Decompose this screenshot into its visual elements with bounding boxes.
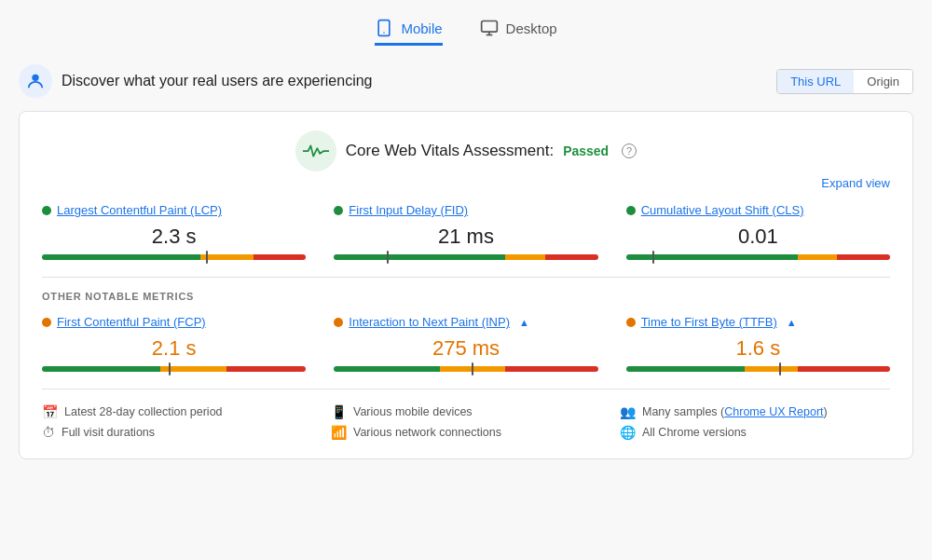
- footer-icon-0-1: ⏱: [42, 425, 55, 440]
- footer-item-0-0: 📅 Latest 28-day collection period: [42, 404, 312, 419]
- desktop-icon: [480, 19, 499, 37]
- footer-item-2-1: 🌐 All Chrome versions: [620, 425, 890, 440]
- other-metrics-label: OTHER NOTABLE METRICS: [42, 291, 890, 302]
- footer-text-0-1: Full visit durations: [62, 426, 155, 439]
- avatar: [19, 64, 52, 98]
- header-bar: Discover what your real users are experi…: [19, 64, 913, 98]
- metric-label-inp: Interaction to Next Paint (INP) ▲: [334, 315, 597, 329]
- footer-col-2: 👥 Many samples (Chrome UX Report) 🌐 All …: [620, 404, 890, 440]
- expand-link[interactable]: Expand view: [821, 176, 890, 190]
- header-title: Discover what your real users are experi…: [62, 73, 372, 89]
- metric-value-cls: 0.01: [626, 225, 890, 249]
- metric-link-ttfb[interactable]: Time to First Byte (TTFB): [641, 315, 777, 329]
- mobile-icon: [375, 19, 393, 37]
- metric-link-inp[interactable]: Interaction to Next Paint (INP): [349, 315, 510, 329]
- footer-col-1: 📱 Various mobile devices 📶 Various netwo…: [331, 404, 601, 440]
- footer-text-2-1: All Chrome versions: [642, 426, 747, 439]
- dot-ttfb: [626, 318, 636, 327]
- footer-text-2-0: Many samples (Chrome UX Report): [642, 405, 828, 418]
- metric-item-fid: First Input Delay (FID) 21 ms: [334, 203, 597, 260]
- assessment-header: Core Web Vitals Assessment: Passed ?: [42, 130, 890, 171]
- footer-item-1-0: 📱 Various mobile devices: [331, 404, 601, 419]
- heartbeat-icon: [303, 143, 329, 159]
- metric-item-ttfb: Time to First Byte (TTFB) ▲ 1.6 s: [626, 315, 890, 372]
- tab-desktop[interactable]: Desktop: [480, 19, 557, 46]
- core-metrics-grid: Largest Contentful Paint (LCP) 2.3 s Fir…: [42, 203, 890, 260]
- metric-value-ttfb: 1.6 s: [626, 336, 890, 361]
- divider: [42, 277, 890, 278]
- metric-label-lcp: Largest Contentful Paint (LCP): [42, 203, 306, 217]
- metric-value-fcp: 2.1 s: [42, 336, 306, 361]
- metric-link-cls[interactable]: Cumulative Layout Shift (CLS): [641, 203, 804, 217]
- svg-rect-0: [379, 20, 391, 36]
- metric-item-cls: Cumulative Layout Shift (CLS) 0.01: [626, 203, 890, 260]
- flag-icon: ▲: [519, 317, 530, 328]
- metric-link-lcp[interactable]: Largest Contentful Paint (LCP): [57, 203, 222, 217]
- chrome-ux-link[interactable]: Chrome UX Report: [724, 405, 823, 418]
- metric-link-fid[interactable]: First Input Delay (FID): [349, 203, 468, 217]
- tab-mobile-label: Mobile: [401, 20, 442, 36]
- other-metrics-grid: First Contentful Paint (FCP) 2.1 s Inter…: [42, 315, 890, 372]
- tabs-container: Mobile Desktop Discover what your real u…: [19, 19, 913, 459]
- footer-col-0: 📅 Latest 28-day collection period ⏱ Full…: [42, 404, 312, 440]
- tab-bar: Mobile Desktop: [19, 19, 913, 46]
- dot-inp: [334, 318, 343, 327]
- metric-label-ttfb: Time to First Byte (TTFB) ▲: [626, 315, 890, 329]
- footer-text-0-0: Latest 28-day collection period: [64, 405, 223, 418]
- tab-desktop-label: Desktop: [506, 20, 557, 36]
- info-icon[interactable]: ?: [622, 143, 637, 158]
- origin-button[interactable]: Origin: [854, 70, 912, 93]
- footer-item-0-1: ⏱ Full visit durations: [42, 425, 312, 440]
- metric-label-fid: First Input Delay (FID): [334, 203, 597, 217]
- dot-fid: [334, 206, 343, 215]
- footer-text-1-0: Various mobile devices: [353, 405, 473, 418]
- metric-value-lcp: 2.3 s: [42, 225, 306, 249]
- footer-icon-1-1: 📶: [331, 425, 347, 440]
- metric-value-inp: 275 ms: [334, 336, 597, 361]
- svg-point-5: [32, 75, 38, 81]
- metric-link-fcp[interactable]: First Contentful Paint (FCP): [57, 315, 206, 329]
- assessment-title: Core Web Vitals Assessment:: [346, 142, 554, 160]
- footer-icon-1-0: 📱: [331, 404, 347, 419]
- footer-icon-0-0: 📅: [42, 404, 58, 419]
- dot-fcp: [42, 318, 51, 327]
- assessment-status: Passed: [563, 143, 609, 158]
- metric-item-lcp: Largest Contentful Paint (LCP) 2.3 s: [42, 203, 306, 260]
- header-left: Discover what your real users are experi…: [19, 64, 372, 98]
- users-icon: [25, 71, 46, 91]
- footer-icon-2-1: 🌐: [620, 425, 636, 440]
- main-card: Core Web Vitals Assessment: Passed ? Exp…: [19, 111, 913, 459]
- footer-text-1-1: Various network connections: [353, 426, 501, 439]
- metric-label-cls: Cumulative Layout Shift (CLS): [626, 203, 890, 217]
- metric-value-fid: 21 ms: [334, 225, 597, 249]
- footer-item-1-1: 📶 Various network connections: [331, 425, 601, 440]
- pulse-icon: [295, 130, 336, 171]
- flag-icon: ▲: [787, 317, 798, 328]
- metric-item-fcp: First Contentful Paint (FCP) 2.1 s: [42, 315, 306, 372]
- metric-label-fcp: First Contentful Paint (FCP): [42, 315, 306, 329]
- svg-rect-2: [481, 21, 497, 33]
- footer-grid: 📅 Latest 28-day collection period ⏱ Full…: [42, 389, 890, 440]
- dot-cls: [626, 206, 636, 215]
- footer-icon-2-0: 👥: [620, 404, 636, 419]
- footer-item-2-0: 👥 Many samples (Chrome UX Report): [620, 404, 890, 419]
- url-toggle: This URL Origin: [776, 69, 913, 94]
- this-url-button[interactable]: This URL: [777, 70, 854, 93]
- tab-mobile[interactable]: Mobile: [375, 19, 442, 46]
- metric-item-inp: Interaction to Next Paint (INP) ▲ 275 ms: [334, 315, 597, 372]
- dot-lcp: [42, 206, 51, 215]
- expand-view: Expand view: [42, 175, 890, 190]
